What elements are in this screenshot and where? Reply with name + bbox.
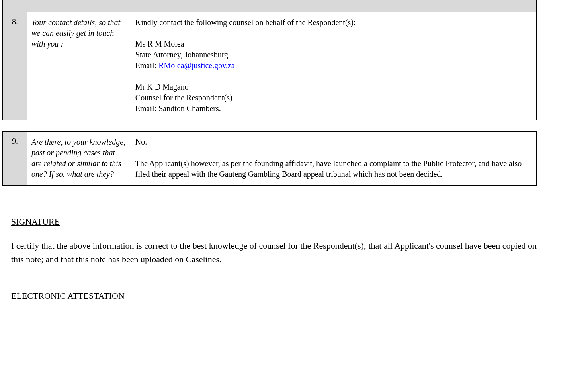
row-content: No. The Applicant(s) however, as per the… [135, 137, 532, 180]
attestation-section: ELECTRONIC ATTESTATION [2, 291, 586, 301]
row-label: Your contact details, so that we can eas… [31, 17, 127, 49]
attestation-heading: ELECTRONIC ATTESTATION [11, 291, 586, 301]
row-label: Are there, to your knowledge, past or pe… [31, 137, 127, 180]
row-number: 9. [3, 132, 27, 186]
signature-heading: SIGNATURE [11, 217, 586, 227]
table-row: 9. Are there, to your knowledge, past or… [3, 132, 537, 186]
table-gap-row [3, 120, 537, 132]
signature-body: I certify that the above information is … [11, 239, 537, 266]
email-link[interactable]: RMolea@justice.gov.za [158, 61, 235, 70]
table-header-row [3, 0, 537, 12]
table-row: 8. Your contact details, so that we can … [3, 12, 537, 120]
row-number: 8. [3, 12, 27, 120]
row-content: Kindly contact the following counsel on … [135, 17, 532, 114]
signature-section: SIGNATURE I certify that the above infor… [2, 217, 586, 266]
practice-note-table: 8. Your contact details, so that we can … [2, 0, 537, 186]
